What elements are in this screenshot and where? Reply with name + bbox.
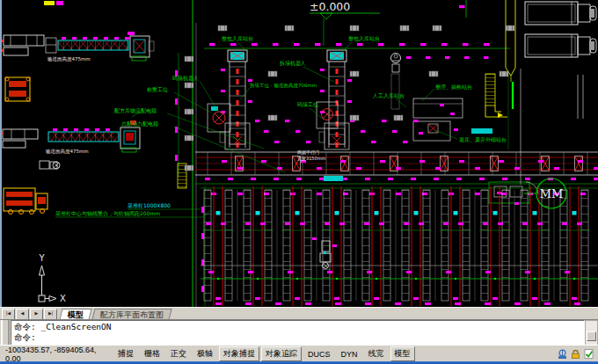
command-prompt-line[interactable]: 命令: bbox=[14, 332, 581, 343]
svg-text:码垛机器人: 码垛机器人 bbox=[172, 75, 199, 82]
svg-text:X: X bbox=[60, 294, 66, 303]
svg-text:±0.000: ±0.000 bbox=[310, 0, 350, 13]
svg-text:人工入库站台: 人工入库站台 bbox=[372, 92, 405, 99]
svg-text:拆垛工位：输送面高度700mm: 拆垛工位：输送面高度700mm bbox=[249, 83, 317, 89]
svg-text:退库、废弃外销站台: 退库、废弃外销站台 bbox=[459, 136, 507, 143]
status-toggle-极轴[interactable]: 极轴 bbox=[193, 346, 217, 361]
trusted-dwg-icon[interactable] bbox=[583, 348, 594, 360]
tab-nav-buttons: |◀◀▶▶| bbox=[2, 309, 58, 320]
communication-center-icon[interactable] bbox=[557, 348, 568, 360]
status-toggle-对象捕捉[interactable]: 对象捕捉 bbox=[219, 346, 259, 361]
svg-text:宽度3150mm: 宽度3150mm bbox=[297, 156, 326, 162]
tab-model-label: 模型 bbox=[68, 309, 84, 320]
svg-text:两扇平行门: 两扇平行门 bbox=[297, 149, 319, 156]
command-scrollbar-thumb[interactable] bbox=[587, 331, 596, 341]
svg-text:Y: Y bbox=[39, 253, 46, 263]
svg-text:配方库物流配电箱: 配方库物流配电箱 bbox=[114, 107, 157, 114]
status-toggle-正交[interactable]: 正交 bbox=[166, 346, 191, 361]
tab-nav-next-button[interactable]: ▶ bbox=[30, 309, 43, 320]
autocad-window: ±0.000MM输送面高度475mm输送面高度475mm整包入库站台整包入库站台… bbox=[0, 0, 598, 364]
status-toggle-对象追踪[interactable]: 对象追踪 bbox=[261, 346, 302, 361]
status-toggle-捕捉[interactable]: 捕捉 bbox=[113, 346, 138, 361]
tab-nav-prev-button[interactable]: ◀ bbox=[16, 309, 29, 320]
status-toggle-DYN[interactable]: DYN bbox=[337, 348, 362, 360]
tab-nav-last-button[interactable]: ▶| bbox=[44, 309, 57, 320]
command-scrollbar[interactable] bbox=[585, 320, 598, 346]
tab-layout-plan-label: 配方库平面布置图 bbox=[100, 309, 164, 320]
status-toggle-栅格[interactable]: 栅格 bbox=[140, 346, 164, 361]
svg-text:整包入库站台: 整包入库站台 bbox=[348, 35, 380, 42]
status-toggle-模型[interactable]: 模型 bbox=[390, 346, 415, 361]
status-toggle-线宽[interactable]: 线宽 bbox=[364, 346, 389, 361]
layout-tabbar: |◀◀▶▶| 模型 配方库平面布置图 bbox=[0, 307, 598, 320]
window-left-border bbox=[0, 0, 2, 307]
svg-text:MM: MM bbox=[540, 187, 564, 200]
svg-text:输送面高度475mm: 输送面高度475mm bbox=[47, 56, 91, 62]
svg-text:总配动力配电箱: 总配动力配电箱 bbox=[120, 120, 158, 127]
command-window: 命令: _CleanScreenON 命令: bbox=[0, 319, 598, 346]
toolbar-lock-icon[interactable] bbox=[570, 348, 581, 360]
svg-text:输送面高度475mm: 输送面高度475mm bbox=[46, 149, 89, 155]
command-history-line: 命令: _CleanScreenON bbox=[14, 322, 581, 332]
status-toggle-group: 捕捉栅格正交极轴对象捕捉对象追踪DUCSDYN线宽模型 bbox=[113, 346, 416, 361]
svg-text:基准柱1000X800: 基准柱1000X800 bbox=[128, 202, 171, 208]
svg-text:拆垛机器人: 拆垛机器人 bbox=[279, 60, 306, 67]
tab-nav-first-button[interactable]: |◀ bbox=[2, 309, 15, 320]
status-toggle-DUCS[interactable]: DUCS bbox=[303, 348, 335, 360]
svg-text:整包入库站台: 整包入库站台 bbox=[222, 35, 253, 42]
svg-text:基准柱中心与轴线重合，与柱轴间距200mm: 基准柱中心与轴线重合，与柱轴间距200mm bbox=[55, 210, 160, 217]
coordinate-readout: -1003435.57, -859405.64, 0.00 bbox=[0, 346, 113, 363]
svg-text:整理、抽检站台: 整理、抽检站台 bbox=[435, 84, 472, 91]
status-bar: -1003435.57, -859405.64, 0.00 捕捉栅格正交极轴对象… bbox=[0, 345, 598, 362]
command-window-grip[interactable] bbox=[1, 320, 10, 346]
svg-text:称重工位: 称重工位 bbox=[147, 86, 168, 92]
tab-model[interactable]: 模型 bbox=[59, 309, 91, 320]
drawing-canvas[interactable]: ±0.000MM输送面高度475mm输送面高度475mm整包入库站台整包入库站台… bbox=[0, 0, 598, 307]
svg-text:码垛工位: 码垛工位 bbox=[297, 101, 318, 107]
command-text-area[interactable]: 命令: _CleanScreenON 命令: bbox=[11, 320, 585, 346]
status-tray bbox=[557, 348, 598, 360]
tab-layout-plan[interactable]: 配方库平面布置图 bbox=[91, 309, 171, 320]
